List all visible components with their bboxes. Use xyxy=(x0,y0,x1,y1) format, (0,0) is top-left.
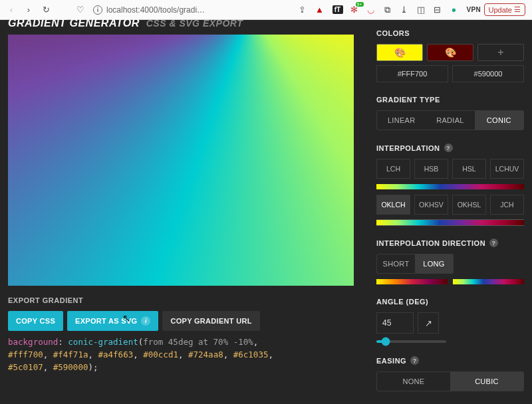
interp-lchuv[interactable]: LCHUV xyxy=(490,159,524,179)
interpolation-label: INTERPOLATION? xyxy=(376,144,524,152)
colors-label: COLORS xyxy=(376,29,524,37)
random-angle-button[interactable]: ↗ xyxy=(418,312,439,334)
color-swatch-2[interactable]: 🎨 xyxy=(427,44,473,61)
interp-oklch[interactable]: OKLCH xyxy=(376,195,410,215)
info-icon: i xyxy=(141,316,150,326)
color-swatch-1[interactable]: 🎨 xyxy=(376,44,423,61)
update-button[interactable]: Update ☰ xyxy=(484,3,525,16)
right-panel: COLORS 🎨 🎨 + #FFF700 #590000 GRADIENT TY… xyxy=(376,20,524,399)
gradient-type-label: GRADIENT TYPE xyxy=(376,96,524,104)
dir-short[interactable]: SHORT xyxy=(377,254,415,273)
share-icon[interactable]: ⇪ xyxy=(298,5,307,15)
export-buttons: COPY CSS EXPORT AS SVGi COPY GRADIENT UR… xyxy=(8,311,354,331)
interp-okhsl[interactable]: OKHSL xyxy=(452,195,486,215)
direction-section: INTERPOLATION DIRECTION? SHORT LONG xyxy=(376,239,524,284)
reload-icon[interactable]: ↻ xyxy=(41,5,51,15)
url-text: localhost:4000/tools/gradi… xyxy=(106,5,205,15)
colors-section: COLORS 🎨 🎨 + #FFF700 #590000 xyxy=(376,29,524,82)
help-icon[interactable]: ? xyxy=(489,239,498,247)
spectrum-short xyxy=(376,279,448,284)
interp-lch[interactable]: LCH xyxy=(376,159,410,179)
interp-hsl[interactable]: HSL xyxy=(452,159,486,179)
type-linear[interactable]: LINEAR xyxy=(377,111,426,130)
interp-jch[interactable]: JCH xyxy=(490,195,524,215)
copy-url-button[interactable]: COPY GRADIENT URL xyxy=(162,311,259,331)
angle-slider[interactable] xyxy=(376,340,446,343)
ext-pocket-icon[interactable]: ◡ xyxy=(366,5,376,15)
help-icon[interactable]: ? xyxy=(444,144,453,152)
angle-input[interactable] xyxy=(376,312,414,334)
interpolation-section: INTERPOLATION? LCH HSB HSL LCHUV OKLCH O… xyxy=(376,144,524,225)
address-bar[interactable]: i localhost:4000/tools/gradi… xyxy=(93,5,290,15)
bookmark-icon[interactable]: ♡ xyxy=(76,5,85,15)
angle-label: ANGLE (DEG) xyxy=(376,298,524,306)
ext-react-icon[interactable]: ✻ xyxy=(349,5,360,15)
left-column: GRADIENT GENERATOR CSS & SVG EXPORT EXPO… xyxy=(8,20,354,399)
ext-sidebar-icon[interactable]: ◫ xyxy=(416,5,426,15)
brave-shields-icon[interactable]: ▲ xyxy=(315,5,325,15)
spectrum-preview-1 xyxy=(376,184,524,189)
easing-label: EASING? xyxy=(376,356,524,365)
ext-puzzle-icon[interactable]: ⧉ xyxy=(382,5,393,15)
dir-long[interactable]: LONG xyxy=(415,254,453,273)
add-color-button[interactable]: + xyxy=(477,44,524,61)
type-radial[interactable]: RADIAL xyxy=(426,111,474,130)
copy-css-button[interactable]: COPY CSS xyxy=(8,311,63,331)
palette-icon: 🎨 xyxy=(394,47,406,58)
easing-none[interactable]: NONE xyxy=(377,372,450,391)
vpn-status-icon: ● xyxy=(449,5,460,15)
back-icon[interactable]: ‹ xyxy=(7,5,16,15)
ext-download-icon[interactable]: ⤓ xyxy=(399,5,410,15)
interp-hsb[interactable]: HSB xyxy=(414,159,448,179)
forward-icon[interactable]: › xyxy=(24,5,33,15)
css-output[interactable]: background: conic-gradient(from 45deg at… xyxy=(8,336,354,373)
easing-section: EASING? NONE CUBIC xyxy=(376,356,524,391)
app: GRADIENT GENERATOR CSS & SVG EXPORT EXPO… xyxy=(0,20,532,404)
palette-icon: 🎨 xyxy=(445,47,456,58)
gradient-preview xyxy=(8,35,354,286)
slider-thumb[interactable] xyxy=(381,338,390,346)
hex-input-1[interactable]: #FFF700 xyxy=(376,65,448,82)
site-info-icon[interactable]: i xyxy=(93,5,102,15)
extensions: fT ✻ ◡ ⧉ ⤓ ◫ ⊟ ● VPN xyxy=(332,5,476,15)
ext-wallet-icon[interactable]: ⊟ xyxy=(432,5,443,15)
export-label: EXPORT GRADIENT xyxy=(8,296,354,304)
type-conic[interactable]: CONIC xyxy=(475,111,523,130)
gradient-type-toggle: LINEAR RADIAL CONIC xyxy=(376,110,524,130)
help-icon[interactable]: ? xyxy=(410,356,419,365)
interp-okhsv[interactable]: OKHSV xyxy=(414,195,448,215)
easing-cubic[interactable]: CUBIC xyxy=(450,372,523,391)
spectrum-long xyxy=(453,279,524,284)
gradient-type-section: GRADIENT TYPE LINEAR RADIAL CONIC xyxy=(376,96,524,130)
hamburger-icon: ☰ xyxy=(514,5,521,14)
ext-ft-icon[interactable]: fT xyxy=(332,5,343,14)
angle-section: ANGLE (DEG) ↗ xyxy=(376,298,524,343)
spectrum-preview-2 xyxy=(376,220,524,225)
page-title: GRADIENT GENERATOR CSS & SVG EXPORT xyxy=(8,17,354,29)
direction-label: INTERPOLATION DIRECTION? xyxy=(376,239,524,247)
export-svg-button[interactable]: EXPORT AS SVGi xyxy=(67,311,158,331)
hex-input-2[interactable]: #590000 xyxy=(452,65,524,82)
vpn-label[interactable]: VPN xyxy=(466,6,476,13)
